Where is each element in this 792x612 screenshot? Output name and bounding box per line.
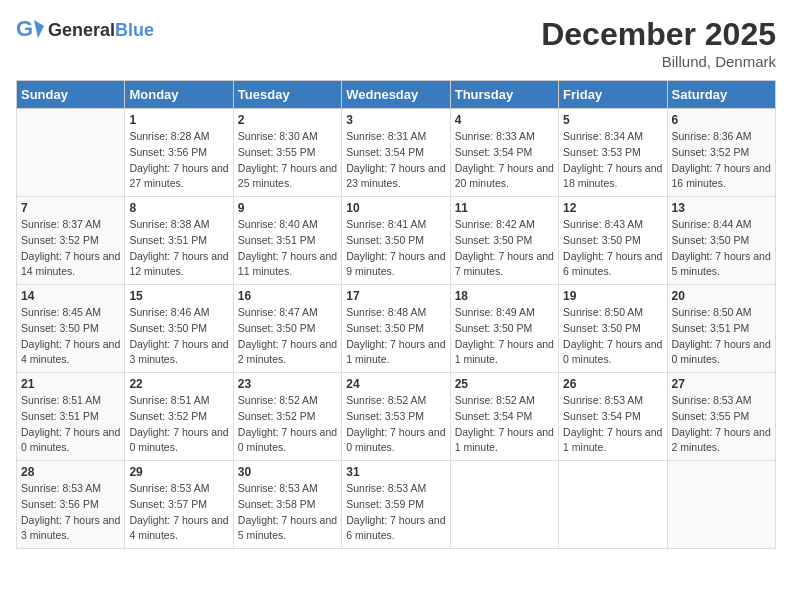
calendar-cell: 20Sunrise: 8:50 AMSunset: 3:51 PMDayligh… bbox=[667, 285, 775, 373]
day-number: 20 bbox=[672, 289, 771, 303]
day-detail: Sunrise: 8:53 AMSunset: 3:58 PMDaylight:… bbox=[238, 481, 337, 544]
day-detail: Sunrise: 8:28 AMSunset: 3:56 PMDaylight:… bbox=[129, 129, 228, 192]
day-number: 19 bbox=[563, 289, 662, 303]
calendar-header-row: SundayMondayTuesdayWednesdayThursdayFrid… bbox=[17, 81, 776, 109]
calendar-cell: 4Sunrise: 8:33 AMSunset: 3:54 PMDaylight… bbox=[450, 109, 558, 197]
calendar-week-row: 1Sunrise: 8:28 AMSunset: 3:56 PMDaylight… bbox=[17, 109, 776, 197]
day-number: 11 bbox=[455, 201, 554, 215]
svg-text:G: G bbox=[16, 16, 33, 41]
day-number: 26 bbox=[563, 377, 662, 391]
day-detail: Sunrise: 8:40 AMSunset: 3:51 PMDaylight:… bbox=[238, 217, 337, 280]
day-detail: Sunrise: 8:37 AMSunset: 3:52 PMDaylight:… bbox=[21, 217, 120, 280]
logo-general-text: General bbox=[48, 20, 115, 41]
day-detail: Sunrise: 8:48 AMSunset: 3:50 PMDaylight:… bbox=[346, 305, 445, 368]
day-detail: Sunrise: 8:53 AMSunset: 3:55 PMDaylight:… bbox=[672, 393, 771, 456]
header-day-monday: Monday bbox=[125, 81, 233, 109]
day-number: 23 bbox=[238, 377, 337, 391]
title-area: December 2025 Billund, Denmark bbox=[541, 16, 776, 70]
day-detail: Sunrise: 8:45 AMSunset: 3:50 PMDaylight:… bbox=[21, 305, 120, 368]
subtitle: Billund, Denmark bbox=[541, 53, 776, 70]
day-detail: Sunrise: 8:53 AMSunset: 3:57 PMDaylight:… bbox=[129, 481, 228, 544]
day-number: 30 bbox=[238, 465, 337, 479]
header-day-tuesday: Tuesday bbox=[233, 81, 341, 109]
header-day-thursday: Thursday bbox=[450, 81, 558, 109]
day-detail: Sunrise: 8:52 AMSunset: 3:52 PMDaylight:… bbox=[238, 393, 337, 456]
day-detail: Sunrise: 8:33 AMSunset: 3:54 PMDaylight:… bbox=[455, 129, 554, 192]
calendar-cell bbox=[450, 461, 558, 549]
calendar-cell: 8Sunrise: 8:38 AMSunset: 3:51 PMDaylight… bbox=[125, 197, 233, 285]
day-number: 1 bbox=[129, 113, 228, 127]
calendar-week-row: 21Sunrise: 8:51 AMSunset: 3:51 PMDayligh… bbox=[17, 373, 776, 461]
day-detail: Sunrise: 8:49 AMSunset: 3:50 PMDaylight:… bbox=[455, 305, 554, 368]
day-number: 24 bbox=[346, 377, 445, 391]
calendar-week-row: 7Sunrise: 8:37 AMSunset: 3:52 PMDaylight… bbox=[17, 197, 776, 285]
calendar-cell: 30Sunrise: 8:53 AMSunset: 3:58 PMDayligh… bbox=[233, 461, 341, 549]
calendar-week-row: 28Sunrise: 8:53 AMSunset: 3:56 PMDayligh… bbox=[17, 461, 776, 549]
svg-marker-1 bbox=[34, 20, 44, 38]
calendar-cell: 12Sunrise: 8:43 AMSunset: 3:50 PMDayligh… bbox=[559, 197, 667, 285]
day-detail: Sunrise: 8:50 AMSunset: 3:50 PMDaylight:… bbox=[563, 305, 662, 368]
calendar-cell: 6Sunrise: 8:36 AMSunset: 3:52 PMDaylight… bbox=[667, 109, 775, 197]
day-number: 28 bbox=[21, 465, 120, 479]
day-number: 7 bbox=[21, 201, 120, 215]
day-detail: Sunrise: 8:43 AMSunset: 3:50 PMDaylight:… bbox=[563, 217, 662, 280]
calendar-cell: 31Sunrise: 8:53 AMSunset: 3:59 PMDayligh… bbox=[342, 461, 450, 549]
calendar-cell: 23Sunrise: 8:52 AMSunset: 3:52 PMDayligh… bbox=[233, 373, 341, 461]
calendar-cell: 9Sunrise: 8:40 AMSunset: 3:51 PMDaylight… bbox=[233, 197, 341, 285]
day-detail: Sunrise: 8:52 AMSunset: 3:53 PMDaylight:… bbox=[346, 393, 445, 456]
calendar-cell: 7Sunrise: 8:37 AMSunset: 3:52 PMDaylight… bbox=[17, 197, 125, 285]
day-detail: Sunrise: 8:53 AMSunset: 3:56 PMDaylight:… bbox=[21, 481, 120, 544]
day-number: 6 bbox=[672, 113, 771, 127]
main-title: December 2025 bbox=[541, 16, 776, 53]
day-number: 15 bbox=[129, 289, 228, 303]
header: G GeneralBlue December 2025 Billund, Den… bbox=[16, 16, 776, 70]
calendar-cell: 17Sunrise: 8:48 AMSunset: 3:50 PMDayligh… bbox=[342, 285, 450, 373]
calendar-cell: 5Sunrise: 8:34 AMSunset: 3:53 PMDaylight… bbox=[559, 109, 667, 197]
day-detail: Sunrise: 8:51 AMSunset: 3:52 PMDaylight:… bbox=[129, 393, 228, 456]
day-number: 13 bbox=[672, 201, 771, 215]
logo-blue-text: Blue bbox=[115, 20, 154, 41]
day-detail: Sunrise: 8:36 AMSunset: 3:52 PMDaylight:… bbox=[672, 129, 771, 192]
day-number: 8 bbox=[129, 201, 228, 215]
header-day-friday: Friday bbox=[559, 81, 667, 109]
day-number: 29 bbox=[129, 465, 228, 479]
calendar-week-row: 14Sunrise: 8:45 AMSunset: 3:50 PMDayligh… bbox=[17, 285, 776, 373]
day-detail: Sunrise: 8:41 AMSunset: 3:50 PMDaylight:… bbox=[346, 217, 445, 280]
calendar-cell bbox=[559, 461, 667, 549]
calendar-cell bbox=[667, 461, 775, 549]
day-number: 2 bbox=[238, 113, 337, 127]
calendar-cell: 21Sunrise: 8:51 AMSunset: 3:51 PMDayligh… bbox=[17, 373, 125, 461]
header-day-wednesday: Wednesday bbox=[342, 81, 450, 109]
day-number: 17 bbox=[346, 289, 445, 303]
day-detail: Sunrise: 8:50 AMSunset: 3:51 PMDaylight:… bbox=[672, 305, 771, 368]
day-number: 4 bbox=[455, 113, 554, 127]
calendar-cell: 3Sunrise: 8:31 AMSunset: 3:54 PMDaylight… bbox=[342, 109, 450, 197]
day-number: 12 bbox=[563, 201, 662, 215]
calendar-cell: 15Sunrise: 8:46 AMSunset: 3:50 PMDayligh… bbox=[125, 285, 233, 373]
day-number: 14 bbox=[21, 289, 120, 303]
calendar-cell: 24Sunrise: 8:52 AMSunset: 3:53 PMDayligh… bbox=[342, 373, 450, 461]
calendar-cell: 29Sunrise: 8:53 AMSunset: 3:57 PMDayligh… bbox=[125, 461, 233, 549]
calendar-cell: 16Sunrise: 8:47 AMSunset: 3:50 PMDayligh… bbox=[233, 285, 341, 373]
calendar-cell: 18Sunrise: 8:49 AMSunset: 3:50 PMDayligh… bbox=[450, 285, 558, 373]
header-day-saturday: Saturday bbox=[667, 81, 775, 109]
day-detail: Sunrise: 8:52 AMSunset: 3:54 PMDaylight:… bbox=[455, 393, 554, 456]
calendar-table: SundayMondayTuesdayWednesdayThursdayFrid… bbox=[16, 80, 776, 549]
day-number: 9 bbox=[238, 201, 337, 215]
logo: G GeneralBlue bbox=[16, 16, 154, 44]
day-detail: Sunrise: 8:44 AMSunset: 3:50 PMDaylight:… bbox=[672, 217, 771, 280]
day-detail: Sunrise: 8:51 AMSunset: 3:51 PMDaylight:… bbox=[21, 393, 120, 456]
day-number: 18 bbox=[455, 289, 554, 303]
day-detail: Sunrise: 8:31 AMSunset: 3:54 PMDaylight:… bbox=[346, 129, 445, 192]
day-detail: Sunrise: 8:34 AMSunset: 3:53 PMDaylight:… bbox=[563, 129, 662, 192]
calendar-cell: 19Sunrise: 8:50 AMSunset: 3:50 PMDayligh… bbox=[559, 285, 667, 373]
day-number: 3 bbox=[346, 113, 445, 127]
calendar-cell: 26Sunrise: 8:53 AMSunset: 3:54 PMDayligh… bbox=[559, 373, 667, 461]
calendar-cell: 22Sunrise: 8:51 AMSunset: 3:52 PMDayligh… bbox=[125, 373, 233, 461]
day-detail: Sunrise: 8:42 AMSunset: 3:50 PMDaylight:… bbox=[455, 217, 554, 280]
day-detail: Sunrise: 8:47 AMSunset: 3:50 PMDaylight:… bbox=[238, 305, 337, 368]
day-number: 27 bbox=[672, 377, 771, 391]
day-detail: Sunrise: 8:30 AMSunset: 3:55 PMDaylight:… bbox=[238, 129, 337, 192]
calendar-cell: 28Sunrise: 8:53 AMSunset: 3:56 PMDayligh… bbox=[17, 461, 125, 549]
day-number: 31 bbox=[346, 465, 445, 479]
